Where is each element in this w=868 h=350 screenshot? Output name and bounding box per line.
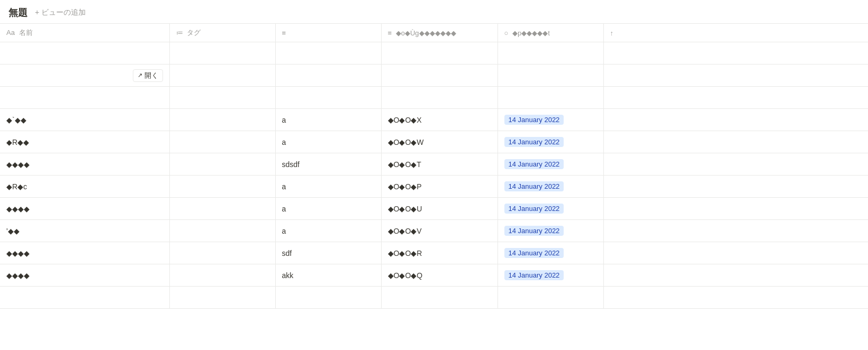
cell-col3[interactable]: a — [275, 220, 381, 242]
cell-col3[interactable]: a — [275, 176, 381, 198]
cell-col5[interactable]: 14 January 2022 — [498, 109, 603, 131]
table-row: ◆◆◆◆sdf◆O◆O◆R14 January 2022 — [0, 242, 868, 264]
cell-name[interactable] — [0, 287, 169, 309]
cell-col4[interactable] — [381, 287, 498, 309]
cell-name[interactable]: ◆◆◆◆ — [0, 153, 169, 176]
col-header-6[interactable]: ↑ — [603, 24, 868, 42]
cell-name[interactable]: '◆◆ — [0, 220, 169, 242]
table-row — [0, 42, 868, 65]
col-header-3[interactable]: ≡ — [275, 24, 381, 42]
cell-col3[interactable]: akk — [275, 264, 381, 287]
add-view-button[interactable]: + ビューの追加 — [32, 7, 89, 19]
col-header-name[interactable]: Aa 名前 — [0, 24, 169, 42]
cell-col4[interactable] — [381, 42, 498, 65]
open-button[interactable]: ↗ 開く — [133, 69, 163, 82]
cell-tags[interactable] — [169, 42, 275, 65]
cell-name[interactable]: ◆`◆◆ — [0, 109, 169, 131]
cell-col4[interactable]: ◆O◆O◆P — [381, 176, 498, 198]
cell-col5[interactable] — [498, 65, 603, 87]
date-badge[interactable]: 14 January 2022 — [504, 159, 564, 169]
open-icon: ↗ — [138, 72, 142, 79]
cell-col6 — [603, 198, 868, 220]
cell-name[interactable] — [0, 42, 169, 65]
date-badge[interactable]: 14 January 2022 — [504, 226, 564, 236]
col-header-tags[interactable]: ≔ タグ — [169, 24, 275, 42]
date-badge[interactable]: 14 January 2022 — [504, 115, 564, 125]
date-badge[interactable]: 14 January 2022 — [504, 248, 564, 258]
cell-col5[interactable]: 14 January 2022 — [498, 198, 603, 220]
cell-col5[interactable] — [498, 87, 603, 109]
table-header-row: Aa 名前 ≔ タグ ≡ ≡ ◆o◆Ùg◆◆◆◆◆◆◆ — [0, 24, 868, 42]
cell-col5[interactable]: 14 January 2022 — [498, 176, 603, 198]
cell-col3[interactable]: a — [275, 131, 381, 153]
cell-col5[interactable]: 14 January 2022 — [498, 220, 603, 242]
cell-col3[interactable]: sdf — [275, 242, 381, 264]
date-badge[interactable]: 14 January 2022 — [504, 204, 564, 214]
cell-col5[interactable]: 14 January 2022 — [498, 264, 603, 287]
cell-tags[interactable] — [169, 131, 275, 153]
cell-tags[interactable] — [169, 220, 275, 242]
cell-col5[interactable]: 14 January 2022 — [498, 153, 603, 176]
cell-tags[interactable] — [169, 264, 275, 287]
cell-col4[interactable] — [381, 87, 498, 109]
date-badge[interactable]: 14 January 2022 — [504, 137, 564, 147]
open-label: 開く — [144, 71, 158, 80]
cell-name-open[interactable]: ↗ 開く — [0, 65, 169, 87]
cell-col3[interactable]: a — [275, 198, 381, 220]
header: 無題 + ビューの追加 — [0, 0, 868, 23]
cell-col3[interactable]: a — [275, 109, 381, 131]
cell-col3[interactable] — [275, 87, 381, 109]
cell-col4[interactable]: ◆O◆O◆X — [381, 109, 498, 131]
table-row: ◆`◆◆a◆O◆O◆X14 January 2022 — [0, 109, 868, 131]
cell-tags[interactable] — [169, 242, 275, 264]
cell-col6 — [603, 242, 868, 264]
cell-tags[interactable] — [169, 109, 275, 131]
date-badge[interactable]: 14 January 2022 — [504, 270, 564, 280]
cell-col4[interactable]: ◆O◆O◆W — [381, 131, 498, 153]
cell-tags[interactable] — [169, 287, 275, 309]
cell-col5[interactable] — [498, 287, 603, 309]
cell-name[interactable]: ◆◆◆◆ — [0, 242, 169, 264]
col-label-5: ◆p◆◆◆◆◆t — [512, 29, 550, 37]
col-header-4[interactable]: ≡ ◆o◆Ùg◆◆◆◆◆◆◆ — [381, 24, 498, 42]
page-title: 無題 — [8, 6, 28, 19]
cell-col6 — [603, 287, 868, 309]
cell-col6 — [603, 65, 868, 87]
cell-col4[interactable]: ◆O◆O◆V — [381, 220, 498, 242]
table-row: ◆◆◆◆akk◆O◆O◆Q14 January 2022 — [0, 264, 868, 287]
cell-col4[interactable] — [381, 65, 498, 87]
cell-col4[interactable]: ◆O◆O◆T — [381, 153, 498, 176]
cell-tags[interactable] — [169, 153, 275, 176]
cell-tags[interactable] — [169, 65, 275, 87]
cell-tags[interactable] — [169, 87, 275, 109]
cell-col4[interactable]: ◆O◆O◆R — [381, 242, 498, 264]
cell-col5[interactable]: 14 January 2022 — [498, 131, 603, 153]
table-row: ◆R◆◆a◆O◆O◆W14 January 2022 — [0, 131, 868, 153]
cell-col3[interactable] — [275, 65, 381, 87]
date-badge[interactable]: 14 January 2022 — [504, 181, 564, 191]
cell-col4[interactable]: ◆O◆O◆Q — [381, 264, 498, 287]
table-row — [0, 87, 868, 109]
col-label-name: 名前 — [19, 29, 33, 36]
cell-col5[interactable]: 14 January 2022 — [498, 242, 603, 264]
cell-tags[interactable] — [169, 198, 275, 220]
cell-name[interactable]: ◆R◆◆ — [0, 131, 169, 153]
table-row: '◆◆a◆O◆O◆V14 January 2022 — [0, 220, 868, 242]
col-header-5[interactable]: ○ ◆p◆◆◆◆◆t — [498, 24, 603, 42]
cell-tags[interactable] — [169, 176, 275, 198]
cell-col3[interactable] — [275, 42, 381, 65]
table-row: ◆◆◆◆a◆O◆O◆U14 January 2022 — [0, 198, 868, 220]
col6-icon: ↑ — [610, 29, 614, 37]
cell-name[interactable] — [0, 87, 169, 109]
cell-name[interactable]: ◆◆◆◆ — [0, 198, 169, 220]
cell-name[interactable]: ◆◆◆◆ — [0, 264, 169, 287]
table-row: ◆R◆ca◆O◆O◆P14 January 2022 — [0, 176, 868, 198]
cell-col5[interactable] — [498, 42, 603, 65]
cell-col3[interactable]: sdsdf — [275, 153, 381, 176]
cell-col3[interactable] — [275, 287, 381, 309]
cell-col6 — [603, 176, 868, 198]
cell-name[interactable]: ◆R◆c — [0, 176, 169, 198]
col4-icon: ≡ — [388, 29, 392, 37]
col-label-tags: タグ — [187, 29, 201, 36]
cell-col4[interactable]: ◆O◆O◆U — [381, 198, 498, 220]
